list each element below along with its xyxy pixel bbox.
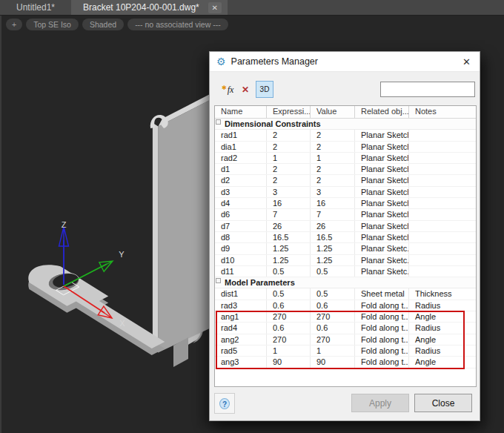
parameter-row[interactable]: rad211Planar Sketch [215, 153, 476, 164]
cell-value[interactable]: 16.5 [311, 232, 355, 242]
cell-name[interactable]: rad3 [215, 300, 267, 311]
column-header[interactable]: Expressi... [267, 106, 311, 118]
parameter-row[interactable]: rad30.60.6Fold along t...Radius [215, 300, 476, 311]
viewport-associated-view-control[interactable]: --- no associated view --- [127, 19, 228, 30]
cell-expression[interactable]: 270 [267, 311, 311, 322]
cell-related[interactable]: Planar Sketc... [355, 243, 409, 254]
viewport-view-control[interactable]: Top SE Iso [26, 19, 79, 30]
cell-value[interactable]: 90 [311, 357, 355, 367]
cell-name[interactable]: d4 [215, 198, 267, 208]
cell-notes[interactable] [409, 209, 476, 219]
cell-expression[interactable]: 26 [267, 221, 311, 231]
cell-notes[interactable] [409, 175, 476, 185]
cell-name[interactable]: d6 [215, 209, 267, 219]
cell-name[interactable]: rad4 [215, 323, 267, 333]
cell-name[interactable]: d8 [215, 232, 267, 242]
tab-untitled[interactable]: Untitled1* [0, 0, 71, 15]
cell-related[interactable]: Planar Sketch [355, 221, 409, 231]
dialog-close-icon[interactable]: ✕ [460, 56, 473, 67]
cell-value[interactable]: 2 [311, 130, 355, 140]
cell-value[interactable]: 0.5 [311, 266, 355, 277]
cell-expression[interactable]: 1 [267, 346, 311, 356]
cell-related[interactable]: Planar Sketch [355, 175, 409, 185]
column-header[interactable]: Related obj... [355, 106, 409, 118]
cell-related[interactable]: Planar Sketch [355, 187, 409, 197]
cell-name[interactable]: ang1 [215, 311, 267, 322]
cell-name[interactable]: rad1 [215, 130, 267, 140]
cell-name[interactable]: rad2 [215, 153, 267, 163]
help-button[interactable]: ? [214, 393, 235, 414]
cell-value[interactable]: 2 [311, 164, 355, 174]
cell-related[interactable]: Planar Sketc... [355, 255, 409, 265]
cell-notes[interactable] [409, 164, 476, 174]
cell-expression[interactable]: 0.6 [267, 323, 311, 333]
parameter-row[interactable]: ang2270270Fold along t...Angle [215, 334, 476, 346]
cell-name[interactable]: d2 [215, 175, 267, 185]
base-plate[interactable] [28, 265, 165, 355]
cell-value[interactable]: 2 [311, 175, 355, 185]
cell-related[interactable]: Fold along t... [355, 311, 409, 322]
cell-notes[interactable] [409, 266, 476, 277]
cell-notes[interactable] [409, 142, 476, 152]
close-button[interactable]: Close [414, 394, 472, 412]
cell-name[interactable]: d7 [215, 221, 267, 231]
parameter-group-row[interactable]: Model Parameters [215, 277, 476, 288]
cell-notes[interactable] [409, 221, 476, 231]
cell-expression[interactable]: 2 [267, 130, 311, 140]
cell-related[interactable]: Fold along t... [355, 323, 409, 333]
cell-notes[interactable] [409, 130, 476, 140]
cell-expression[interactable]: 2 [267, 175, 311, 185]
cell-name[interactable]: d3 [215, 187, 267, 197]
cell-expression[interactable]: 2 [267, 142, 311, 152]
cell-notes[interactable]: Radius [409, 323, 476, 333]
column-header[interactable]: Value [311, 106, 355, 118]
cell-name[interactable]: dia1 [215, 142, 267, 152]
parameter-row[interactable]: d816.516.5Planar Sketch [215, 232, 476, 243]
dialog-titlebar[interactable]: ⚙ Parameters Manager ✕ [210, 52, 480, 72]
cell-value[interactable]: 16 [311, 198, 355, 208]
cell-related[interactable]: Fold along t... [355, 300, 409, 311]
cell-notes[interactable] [409, 198, 476, 208]
parameter-row[interactable]: rad40.60.6Fold along t...Radius [215, 323, 476, 334]
parameter-row[interactable]: d72626Planar Sketch [215, 221, 476, 232]
cell-notes[interactable] [409, 232, 476, 242]
cell-name[interactable]: rad5 [215, 346, 267, 356]
cell-related[interactable]: Planar Sketc... [355, 266, 409, 277]
cell-related[interactable]: Planar Sketch [355, 164, 409, 174]
cell-notes[interactable] [409, 153, 476, 163]
tab-close-icon[interactable]: ✕ [208, 2, 222, 13]
cell-value[interactable]: 26 [311, 221, 355, 231]
cell-expression[interactable]: 270 [267, 334, 311, 345]
parameter-row[interactable]: d122Planar Sketch [215, 164, 476, 175]
parameter-row[interactable]: ang1270270Fold along t...Angle [215, 311, 476, 323]
cell-name[interactable]: ang2 [215, 334, 267, 345]
cell-expression[interactable]: 1.25 [267, 243, 311, 254]
parameter-row[interactable]: d91.251.25Planar Sketc... [215, 243, 476, 254]
column-header[interactable]: Name [215, 106, 267, 118]
cell-related[interactable]: Planar Sketch [355, 153, 409, 163]
cell-value[interactable]: 270 [311, 311, 355, 322]
cell-related[interactable]: Fold along t... [355, 346, 409, 356]
cell-related[interactable]: Sheet metal [355, 288, 409, 299]
cell-expression[interactable]: 1 [267, 153, 311, 163]
cell-notes[interactable]: Angle [409, 357, 476, 367]
parameter-row[interactable]: d110.50.5Planar Sketc... [215, 266, 476, 277]
cell-expression[interactable]: 90 [267, 357, 311, 367]
cell-value[interactable]: 2 [311, 142, 355, 152]
cell-value[interactable]: 0.6 [311, 300, 355, 311]
cell-notes[interactable]: Thickness [409, 288, 476, 299]
parameter-row[interactable]: d677Planar Sketch [215, 209, 476, 220]
cell-expression[interactable]: 0.5 [267, 288, 311, 299]
cell-expression[interactable]: 16.5 [267, 232, 311, 242]
cell-value[interactable]: 1 [311, 346, 355, 356]
parameter-row[interactable]: ang39090Fold along t...Angle [215, 357, 476, 368]
parameter-row[interactable]: d41616Planar Sketch [215, 198, 476, 209]
cell-related[interactable]: Planar Sketch [355, 130, 409, 140]
cell-related[interactable]: Planar Sketch [355, 142, 409, 152]
cell-notes[interactable] [409, 255, 476, 265]
cell-notes[interactable] [409, 187, 476, 197]
collapse-icon[interactable] [216, 119, 221, 125]
cell-notes[interactable]: Radius [409, 300, 476, 311]
cell-value[interactable]: 0.6 [311, 323, 355, 333]
cell-notes[interactable]: Angle [409, 334, 476, 345]
